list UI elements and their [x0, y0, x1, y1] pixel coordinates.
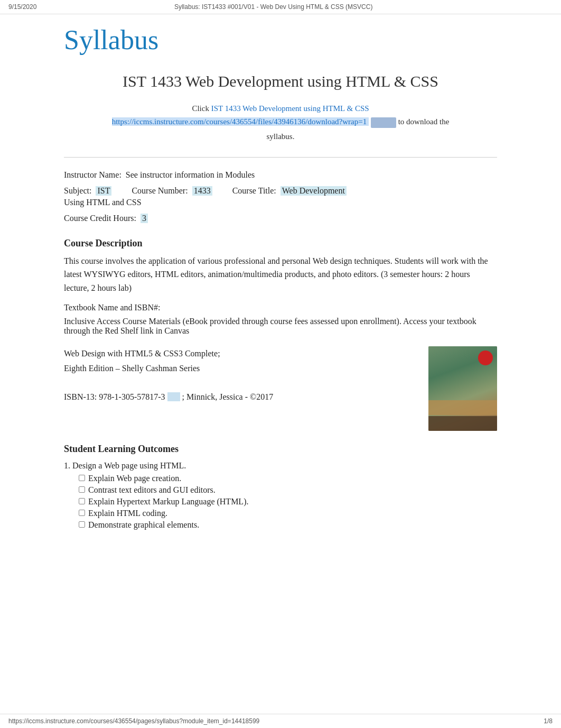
- syllabus-word: syllabus.: [64, 132, 497, 141]
- slo-bullet-1: [79, 475, 85, 481]
- slo-item-1-label: 1. Design a Web page using HTML.: [64, 461, 186, 470]
- textbook-isbn: ISBN-13: 978-1-305-57817-3 ; Minnick, Je…: [64, 390, 416, 404]
- course-title-value: Web Development: [280, 186, 347, 196]
- textbook-cover-image: [428, 346, 497, 431]
- cover-badge: [478, 351, 493, 365]
- browser-date: 9/15/2020: [8, 3, 36, 11]
- syllabus-link-inline[interactable]: IST 1433 Web Development using HTML & CS…: [211, 104, 369, 113]
- instructor-label: Instructor Name:: [64, 170, 121, 180]
- slo-bullet-2: [79, 486, 85, 493]
- slo-heading: Student Learning Outcomes: [64, 444, 497, 455]
- page-content: Syllabus IST 1433 Web Development using …: [43, 14, 518, 564]
- slo-bullet-4: [79, 510, 85, 516]
- textbook-edition: Eighth Edition – Shelly Cashman Series: [64, 361, 416, 375]
- click-text: Click IST 1433 Web Development using HTM…: [64, 104, 497, 113]
- slo-bullet-5: [79, 521, 85, 528]
- slo-sub-3-text: Explain Hypertext Markup Language (HTML)…: [88, 497, 248, 506]
- browser-title: Syllabus: IST1433 #001/V01 - Web Dev Usi…: [36, 3, 510, 11]
- download-block: https://iccms.instructure.com/courses/43…: [64, 115, 497, 129]
- slo-sub-5: Demonstrate graphical elements.: [79, 520, 497, 530]
- click-prefix: Click: [192, 104, 209, 113]
- cover-stripe2: [428, 416, 497, 431]
- page-heading: Syllabus: [64, 25, 497, 55]
- subject-value: IST: [96, 186, 111, 196]
- textbook-title: Web Design with HTML5 & CSS3 Complete;: [64, 346, 416, 361]
- subject-row: Subject: IST Course Number: 1433 Course …: [64, 186, 497, 196]
- slo-sub-4-text: Explain HTML coding.: [88, 509, 167, 518]
- slo-sub-5-text: Demonstrate graphical elements.: [88, 520, 199, 530]
- slo-sub-2: Contrast text editors and GUI editors.: [79, 485, 497, 495]
- credit-row: Course Credit Hours: 3: [64, 214, 497, 223]
- textbook-details: Web Design with HTML5 & CSS3 Complete; E…: [64, 346, 416, 404]
- slo-sub-1: Explain Web page creation.: [79, 474, 497, 483]
- slo-item-1: 1. Design a Web page using HTML.: [64, 461, 497, 471]
- textbook-label: Textbook Name and ISBN#:: [64, 303, 160, 312]
- cover-inner: [428, 346, 497, 431]
- isbn-text: ISBN-13: 978-1-305-57817-3: [64, 392, 165, 401]
- instructor-value: See instructor information in Modules: [126, 170, 255, 180]
- browser-bar: 9/15/2020 Syllabus: IST1433 #001/V01 - W…: [0, 0, 561, 14]
- credit-value: 3: [141, 214, 148, 223]
- course-title-row2: Using HTML and CSS: [64, 198, 497, 207]
- isbn-highlight: [167, 392, 180, 401]
- link-text: IST 1433 Web Development using HTML & CS…: [211, 104, 369, 113]
- slo-sub-2-text: Contrast text editors and GUI editors.: [88, 485, 216, 495]
- course-title-label: Course Title:: [232, 186, 276, 196]
- course-number-label: Course Number:: [132, 186, 188, 196]
- course-number-value: 1433: [192, 186, 212, 196]
- textbook-row-header: Textbook Name and ISBN#: Inclusive Acces…: [64, 303, 497, 336]
- description-text: This course involves the application of …: [64, 254, 497, 295]
- course-title-cont: Using HTML and CSS: [64, 198, 142, 207]
- divider: [64, 157, 497, 158]
- link-url-display: https://iccms.instructure.com/courses/43…: [112, 117, 367, 126]
- textbook-block: Web Design with HTML5 & CSS3 Complete; E…: [64, 346, 497, 431]
- textbook-desc: Inclusive Access Course Materials (eBook…: [64, 317, 497, 336]
- cover-stripe1: [428, 400, 497, 415]
- to-download-text: to download the: [398, 117, 450, 126]
- subject-label: Subject:: [64, 186, 91, 196]
- description-heading: Course Description: [64, 238, 497, 249]
- instructor-row: Instructor Name: See instructor informat…: [64, 170, 497, 180]
- author-text: ; Minnick, Jessica - ©2017: [182, 392, 274, 401]
- slo-sub-4: Explain HTML coding.: [79, 509, 497, 518]
- slo-sub-1-text: Explain Web page creation.: [88, 474, 181, 483]
- course-title: IST 1433 Web Development using HTML & CS…: [64, 71, 497, 91]
- credit-label: Course Credit Hours:: [64, 214, 136, 223]
- syllabus-download-link[interactable]: https://iccms.instructure.com/courses/43…: [112, 117, 369, 126]
- slo-bullet-3: [79, 498, 85, 504]
- highlight-image: [371, 117, 396, 128]
- slo-sub-3: Explain Hypertext Markup Language (HTML)…: [79, 497, 497, 506]
